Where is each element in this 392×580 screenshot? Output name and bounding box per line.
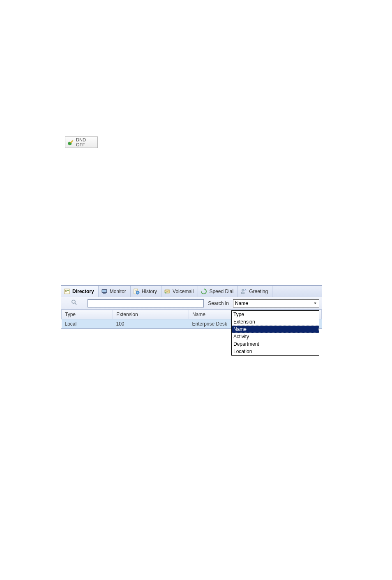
tab-greeting[interactable]: Greeting [238,286,272,297]
svg-rect-4 [102,290,106,292]
directory-icon [64,288,70,295]
dropdown-option-department[interactable]: Department [232,340,319,348]
tab-label: Voicemail [173,289,194,294]
dropdown-option-type[interactable]: Type [232,311,319,318]
search-in-dropdown-list: Type Extension Name Activity Department … [231,310,319,356]
svg-point-12 [242,289,244,291]
tab-history[interactable]: History [131,286,161,297]
voicemail-icon [164,288,171,295]
cell-type: Local [62,319,113,329]
tab-label: Speed Dial [209,289,233,294]
dnd-status-icon [68,139,74,146]
dnd-off-button[interactable]: DND OFF [65,136,98,148]
chevron-down-icon [312,300,318,306]
tab-directory[interactable]: Directory [61,286,99,297]
history-icon [133,288,140,295]
greeting-icon [240,288,247,295]
speed-dial-icon [201,288,207,295]
dropdown-option-activity[interactable]: Activity [232,333,319,340]
dnd-label: DND OFF [76,137,95,147]
cell-extension: 100 [113,319,189,329]
column-header-extension[interactable]: Extension [113,310,189,319]
monitor-icon [101,288,108,295]
dropdown-option-name[interactable]: Name [232,326,319,333]
tab-label: History [142,289,157,294]
svg-line-14 [75,303,76,305]
dropdown-option-location[interactable]: Location [232,348,319,355]
tab-label: Directory [72,289,94,294]
tab-bar: Directory Monitor [61,286,322,297]
tab-label: Monitor [110,289,126,294]
dropdown-option-extension[interactable]: Extension [232,318,319,326]
search-icon [71,299,78,307]
svg-rect-2 [67,290,69,291]
search-in-label: Search in [206,300,231,306]
tab-voicemail[interactable]: Voicemail [161,286,198,297]
svg-rect-5 [103,293,106,294]
tab-label: Greeting [249,289,268,294]
tab-monitor[interactable]: Monitor [99,286,131,297]
svg-rect-1 [65,289,69,294]
search-in-select[interactable]: Name [233,299,319,307]
search-icon-wrap [64,299,85,307]
svg-point-11 [165,292,166,293]
search-bar: Search in Name [61,297,322,310]
search-select-value: Name [235,300,248,306]
column-header-type[interactable]: Type [62,310,113,319]
directory-panel: Directory Monitor [61,285,322,329]
tab-speed-dial[interactable]: Speed Dial [198,286,238,297]
svg-point-13 [72,300,75,303]
search-input[interactable] [88,299,204,307]
